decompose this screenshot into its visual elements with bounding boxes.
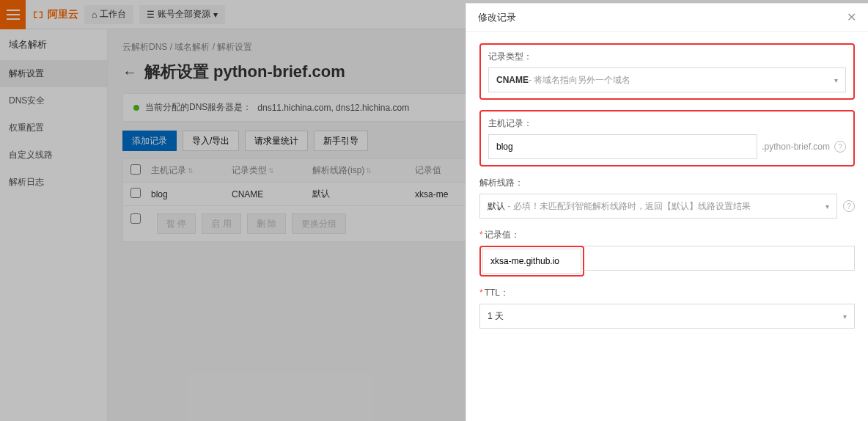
- host-record-highlight: 主机记录： .python-brief.com ?: [479, 110, 855, 166]
- record-type-label: 记录类型：: [488, 51, 846, 63]
- ttl-select[interactable]: 1 天 ▾: [479, 304, 855, 329]
- value-highlight: [479, 246, 584, 277]
- panel-title: 修改记录: [478, 11, 516, 24]
- close-icon[interactable]: ✕: [847, 10, 856, 24]
- record-type-select[interactable]: CNAME- 将域名指向另外一个域名 ▾: [488, 67, 846, 92]
- help-icon[interactable]: ?: [834, 141, 846, 153]
- chevron-down-icon: ▾: [834, 76, 838, 84]
- chevron-down-icon: ▾: [843, 312, 847, 321]
- host-suffix: .python-brief.com: [762, 142, 830, 152]
- value-label: *记录值：: [479, 229, 855, 241]
- host-record-input[interactable]: [488, 134, 757, 159]
- line-select[interactable]: 默认 - 必填！未匹配到智能解析线路时，返回【默认】线路设置结果 ▾: [479, 194, 837, 219]
- host-record-label: 主机记录：: [488, 117, 846, 130]
- record-value-input[interactable]: [482, 249, 581, 274]
- edit-record-panel: 修改记录 ✕ 记录类型： CNAME- 将域名指向另外一个域名 ▾ 主机记录： …: [466, 3, 868, 421]
- record-value-extend[interactable]: [584, 246, 855, 271]
- record-type-highlight: 记录类型： CNAME- 将域名指向另外一个域名 ▾: [479, 43, 855, 100]
- ttl-label: *TTL：: [479, 287, 855, 299]
- line-label: 解析线路：: [479, 177, 855, 189]
- chevron-down-icon: ▾: [825, 202, 829, 210]
- help-icon[interactable]: ?: [843, 200, 855, 212]
